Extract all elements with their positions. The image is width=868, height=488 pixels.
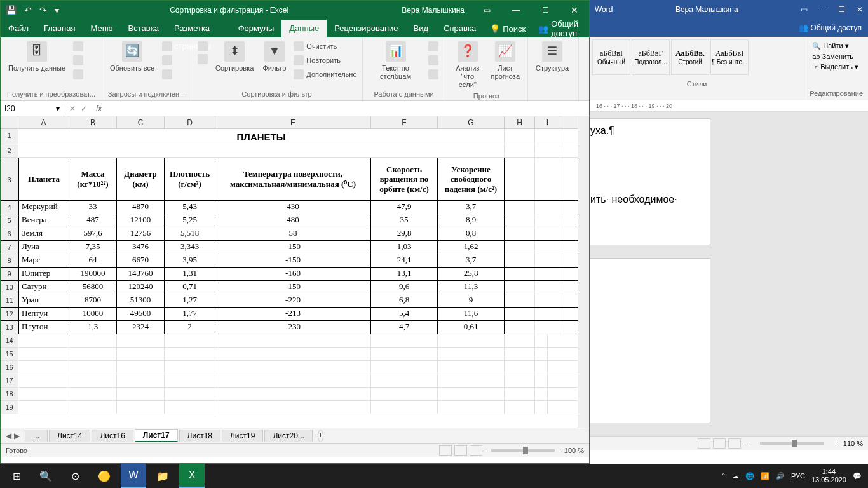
row-header[interactable]: 17 <box>1 374 18 387</box>
header-temp[interactable]: Температура поверхности, максимальная/ми… <box>215 158 371 200</box>
data-cell[interactable]: Нептун <box>18 308 69 320</box>
word-print-layout-button[interactable] <box>713 438 726 449</box>
row-header[interactable]: 7 <box>1 241 18 254</box>
sheet-nav-last-icon[interactable]: ▶ <box>14 431 20 440</box>
close-icon[interactable]: ✕ <box>560 1 589 20</box>
whatif-button[interactable]: ❓Анализ "что если" <box>451 40 485 91</box>
col-header-c[interactable]: C <box>117 116 165 128</box>
data-cell[interactable]: 56800 <box>69 281 117 294</box>
data-cell[interactable]: 24,1 <box>371 254 438 267</box>
data-cell[interactable]: 4,7 <box>371 321 438 334</box>
data-cell[interactable]: -213 <box>215 308 371 320</box>
data-cell[interactable]: 9 <box>438 294 505 307</box>
word-document-area[interactable]: уха.¶ ить· необходимое· <box>590 112 868 436</box>
data-cell[interactable]: 4870 <box>117 201 165 214</box>
data-cell[interactable]: 35 <box>371 214 438 227</box>
data-cell[interactable]: 0,61 <box>438 321 505 334</box>
sheet-title-cell[interactable]: ПЛАНЕТЫ <box>18 129 505 144</box>
data-cell[interactable]: 7,35 <box>69 241 117 254</box>
data-cell[interactable]: 3,7 <box>438 201 505 214</box>
header-planet[interactable]: Планета <box>18 158 69 200</box>
col-header-e[interactable]: E <box>215 116 371 128</box>
enter-icon[interactable]: ✓ <box>81 104 87 113</box>
maximize-icon[interactable]: ☐ <box>531 1 560 20</box>
tab-file[interactable]: Файл <box>1 20 36 37</box>
from-web-button[interactable] <box>72 54 85 67</box>
cancel-icon[interactable]: ✕ <box>69 104 76 113</box>
data-cell[interactable]: 12756 <box>117 227 165 240</box>
zoom-out-button[interactable]: − <box>482 447 486 454</box>
data-cell[interactable]: -160 <box>215 268 371 280</box>
data-cell[interactable]: 5,43 <box>165 201 215 214</box>
flashfill-button[interactable] <box>427 40 440 53</box>
data-cell[interactable]: -150 <box>215 281 371 294</box>
replace-button[interactable]: ab Заменить <box>812 53 860 60</box>
text-to-columns-button[interactable]: 📊Текст по столбцам <box>368 40 423 82</box>
tab-home[interactable]: Главная <box>36 20 83 37</box>
data-cell[interactable]: 58 <box>215 227 371 240</box>
tab-help[interactable]: Справка <box>436 20 484 37</box>
sheet-nav-first-icon[interactable]: ◀ <box>6 431 11 440</box>
row-header[interactable]: 15 <box>1 348 18 360</box>
style-normal[interactable]: аБбВвIОбычный <box>592 39 630 75</box>
clear-filter-button[interactable]: Очистить <box>292 40 358 53</box>
yandex-icon[interactable]: ⊙ <box>62 464 88 488</box>
data-cell[interactable]: 3,343 <box>165 241 215 254</box>
data-cell[interactable]: 2 <box>165 321 215 334</box>
redo-icon[interactable]: ↷ <box>39 5 47 15</box>
data-cell[interactable]: Плутон <box>18 321 69 334</box>
save-icon[interactable]: 💾 <box>6 5 17 15</box>
spreadsheet-grid[interactable]: A B C D E F G H I 1 ПЛАНЕТЫ 2 <box>1 116 589 428</box>
from-text-button[interactable] <box>72 40 85 53</box>
data-cell[interactable]: 10000 <box>69 308 117 320</box>
data-cell[interactable]: 3,7 <box>438 254 505 267</box>
row-header[interactable]: 10 <box>1 281 18 294</box>
data-cell[interactable]: 13,1 <box>371 268 438 280</box>
style-subtitle[interactable]: аБбВвГПодзагол... <box>632 39 670 75</box>
filter-button[interactable]: ▼Фильтр <box>260 40 288 74</box>
word-share-button[interactable]: 👥 Общий доступ <box>799 24 862 32</box>
fx-icon[interactable]: fx <box>92 104 105 113</box>
data-cell[interactable]: 597,6 <box>69 227 117 240</box>
sheet-tab-20[interactable]: Лист20... <box>264 430 312 442</box>
data-cell[interactable]: -150 <box>215 241 371 254</box>
data-cell[interactable]: 190000 <box>69 268 117 280</box>
data-cell[interactable]: -220 <box>215 294 371 307</box>
name-box[interactable]: I20▾ <box>1 104 64 113</box>
data-cell[interactable]: Марс <box>18 254 69 267</box>
forecast-sheet-button[interactable]: 📈Лист прогноза <box>489 40 522 82</box>
col-header-i[interactable]: I <box>535 116 560 128</box>
word-zoom-out[interactable]: − <box>746 440 750 447</box>
data-cell[interactable]: Сатурн <box>18 281 69 294</box>
data-cell[interactable]: 1,77 <box>165 308 215 320</box>
word-read-mode-button[interactable] <box>698 438 710 449</box>
header-diameter[interactable]: Диаметр (км) <box>117 158 165 200</box>
tab-menu[interactable]: Меню <box>83 20 120 37</box>
start-button[interactable]: ⊞ <box>4 464 29 488</box>
data-cell[interactable]: 51300 <box>117 294 165 307</box>
data-cell[interactable]: 5,25 <box>165 214 215 227</box>
undo-icon[interactable]: ↶ <box>24 5 32 15</box>
select-button[interactable]: ☞ Выделить ▾ <box>812 63 860 71</box>
row-header[interactable]: 12 <box>1 308 18 320</box>
data-cell[interactable]: 2324 <box>117 321 165 334</box>
row-header[interactable]: 1 <box>1 129 18 144</box>
data-cell[interactable]: Земля <box>18 227 69 240</box>
col-header-f[interactable]: F <box>371 116 438 128</box>
normal-view-button[interactable] <box>439 445 452 456</box>
sort-asc-button[interactable] <box>196 40 209 53</box>
data-cell[interactable]: 1,62 <box>438 241 505 254</box>
select-all-corner[interactable] <box>1 116 18 128</box>
tab-formulas[interactable]: Формулы <box>231 20 282 37</box>
onedrive-icon[interactable]: ☁ <box>732 472 739 480</box>
data-cell[interactable]: 120240 <box>117 281 165 294</box>
sheet-tab-18[interactable]: Лист18 <box>179 430 220 442</box>
data-cell[interactable]: 3476 <box>117 241 165 254</box>
language-indicator[interactable]: РУС <box>791 472 805 480</box>
word-maximize-icon[interactable]: ☐ <box>838 5 845 14</box>
share-button[interactable]: 👥Общий доступ <box>532 19 589 38</box>
row-header[interactable]: 18 <box>1 388 18 400</box>
search-button[interactable]: 🔍 <box>33 464 58 488</box>
data-cell[interactable]: 3,95 <box>165 254 215 267</box>
get-data-button[interactable]: 🗄Получить данные <box>6 40 68 74</box>
